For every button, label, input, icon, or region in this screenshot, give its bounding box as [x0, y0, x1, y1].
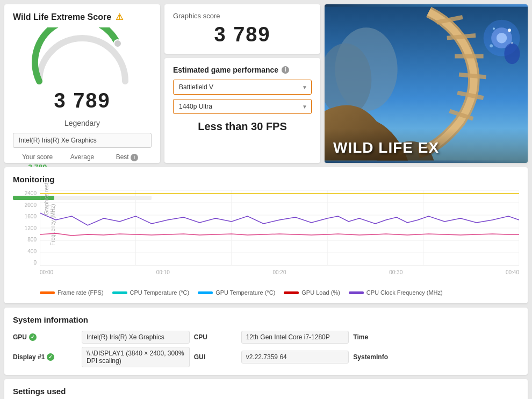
sys-info-title: System information: [13, 315, 519, 324]
game-perf-title: Estimated game performance i: [173, 66, 312, 74]
gpu-name-box: Intel(R) Iris(R) Xe Graphics: [13, 133, 152, 148]
game-image-overlay: WILD LIFE EX: [325, 129, 528, 163]
legend-color-cpu-clock: [349, 291, 364, 294]
x-axis: 00:00 00:10 00:20 00:30 00:40: [40, 269, 519, 275]
gauge-score: 3 789: [13, 89, 152, 112]
gui-value: v2.22.7359 64: [241, 351, 349, 364]
quality-select[interactable]: 1440p Ultra 1080p Ultra 1080p High: [173, 99, 312, 114]
gpu-value: Intel(R) Iris(R) Xe Graphics: [82, 331, 190, 344]
gpu-key: GPU ✓: [13, 333, 77, 341]
legend-gpu-temp: GPU Temperature (°C): [198, 289, 275, 296]
quality-select-wrapper: 1440p Ultra 1080p Ultra 1080p High ▼: [173, 99, 312, 114]
game-select-wrapper: Battlefield V Cyberpunk 2077 Forza Horiz…: [173, 80, 312, 95]
y-axis: 2400 2000 1600 1200 800 400 0: [13, 190, 40, 266]
svg-point-16: [490, 44, 493, 47]
score-panel-title: Wild Life Extreme Score ⚠: [13, 12, 152, 22]
fps-result: Less than 30 FPS: [173, 120, 312, 133]
svg-point-17: [504, 43, 520, 64]
chart-area: 2400 2000 1600 1200 800 400 0 Frequency …: [13, 190, 519, 276]
svg-line-7: [459, 75, 486, 77]
warning-icon: ⚠: [116, 12, 123, 22]
sys-info-panel: System information GPU ✓ Intel(R) Iris(R…: [4, 308, 528, 375]
svg-point-0: [114, 40, 121, 47]
your-score-label: Your score: [15, 153, 60, 161]
svg-line-5: [447, 35, 476, 38]
gauge-svg: [28, 27, 136, 87]
gui-key: GUI: [194, 353, 237, 361]
display-key: Display #1 ✓: [13, 353, 77, 361]
display-check-icon: ✓: [47, 353, 54, 361]
legend-color-cpu-temp: [112, 291, 127, 294]
gauge-container: [28, 27, 136, 87]
middle-panel: Graphics score 3 789 Estimated game perf…: [164, 4, 320, 163]
legend-framerate: Frame rate (FPS): [40, 289, 104, 296]
chart-legend: Frame rate (FPS) CPU Temperature (°C) GP…: [40, 289, 519, 296]
monitoring-panel: Monitoring 2400 2000 1600 1200 800 400 0…: [4, 167, 528, 303]
best-info-icon[interactable]: i: [131, 154, 138, 161]
game-perf-box: Estimated game performance i Battlefield…: [164, 58, 320, 163]
game-image-title: WILD LIFE EX: [333, 139, 519, 156]
time-value: [411, 334, 519, 340]
score-panel-title-text: Wild Life Extreme Score: [13, 12, 111, 22]
settings-title: Settings used: [13, 387, 519, 396]
best-label: Best i: [105, 153, 149, 161]
game-perf-info-icon[interactable]: i: [282, 66, 289, 74]
sysinfo-key: SystemInfo: [353, 353, 407, 361]
graphics-score-box: Graphics score 3 789: [164, 4, 320, 54]
cpu-value: 12th Gen Intel Core i7-1280P: [241, 331, 349, 344]
svg-point-13: [508, 28, 511, 32]
game-image-panel: WILD LIFE EX: [325, 4, 528, 163]
monitoring-title: Monitoring: [13, 175, 519, 184]
svg-point-14: [493, 27, 495, 30]
sys-info-grid: GPU ✓ Intel(R) Iris(R) Xe Graphics CPU 1…: [13, 331, 519, 367]
graphics-score-value: 3 789: [173, 23, 312, 46]
settings-panel: Settings used: [4, 379, 528, 399]
legend-color-gpu-load: [284, 291, 299, 294]
game-select[interactable]: Battlefield V Cyberpunk 2077 Forza Horiz…: [173, 80, 312, 95]
cpu-key: CPU: [194, 333, 237, 341]
gpu-check-icon: ✓: [29, 333, 37, 341]
legend-color-framerate: [40, 291, 55, 294]
average-label: Average: [60, 153, 104, 161]
display-value: \\.\DISPLAY1 (3840 × 2400, 300% DPI scal…: [82, 347, 190, 367]
time-key: Time: [353, 333, 407, 341]
sysinfo-value: [411, 354, 519, 360]
gauge-label: Legendary: [13, 119, 152, 127]
legend-cpu-temp: CPU Temperature (°C): [112, 289, 190, 296]
legend-cpu-clock: CPU Clock Frequency (MHz): [349, 289, 443, 296]
legend-gpu-load: GPU Load (%): [284, 289, 340, 296]
svg-point-12: [497, 33, 507, 43]
score-panel: Wild Life Extreme Score ⚠ 3 789 Legendar…: [4, 4, 160, 163]
chart-svg: [40, 190, 519, 266]
legend-color-gpu-temp: [198, 291, 213, 294]
graphics-score-label: Graphics score: [173, 12, 312, 20]
